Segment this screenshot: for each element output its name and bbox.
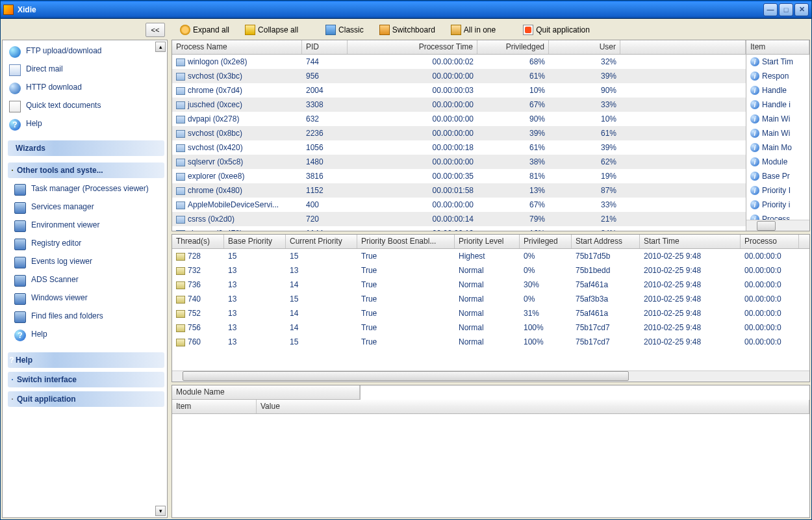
sidebar-switch-button[interactable]: Switch interface: [8, 372, 164, 387]
process-row[interactable]: sqlservr (0x5c8)148000.00:00:0038%62%: [172, 155, 746, 169]
footer-switch: Switch interface: [17, 375, 77, 384]
sidebar-item[interactable]: Services manager: [8, 199, 164, 217]
item-row[interactable]: Module: [746, 155, 809, 169]
module-value-rows[interactable]: [172, 414, 809, 517]
sidebar-item[interactable]: Environment viewer: [8, 217, 164, 235]
item-row[interactable]: Start Tim: [746, 55, 809, 69]
maximize-button[interactable]: □: [779, 3, 793, 16]
process-row[interactable]: dvpapi (0x278)63200.00:00:0090%10%: [172, 112, 746, 126]
col-thread-privileged[interactable]: Privileged: [520, 235, 572, 248]
info-icon: [750, 72, 759, 81]
sidebar-item[interactable]: Help: [8, 326, 164, 344]
process-row[interactable]: winlogon (0x2e8)74400.00:00:0268%32%: [172, 55, 746, 69]
sidebar-item-label: Help: [31, 330, 47, 339]
thread-hscroll[interactable]: [172, 370, 809, 382]
thread-row[interactable]: 7281515TrueHighest0%75b17d5b2010-02-25 9…: [172, 249, 809, 263]
col-threads[interactable]: Thread(s): [172, 235, 224, 248]
sidebar-item[interactable]: Task manager (Processes viewer): [8, 181, 164, 199]
thread-rows[interactable]: 7281515TrueHighest0%75b17d5b2010-02-25 9…: [172, 249, 809, 370]
process-row[interactable]: chrome (0x480)115200.00:01:5813%87%: [172, 183, 746, 198]
sidebar-item[interactable]: Find files and folders: [8, 308, 164, 326]
item-row[interactable]: Handle: [746, 83, 809, 98]
item-row[interactable]: Priority i: [746, 198, 809, 212]
sidebar-scroll-up[interactable]: ▴: [155, 42, 166, 52]
sidebar-scroll-down[interactable]: ▾: [155, 506, 166, 516]
process-row[interactable]: svchost (0x3bc)95600.00:00:0061%39%: [172, 69, 746, 83]
minimize-button[interactable]: —: [763, 3, 778, 16]
col-start-time[interactable]: Start Time: [640, 235, 741, 248]
col-start-address[interactable]: Start Address: [572, 235, 640, 248]
col-processor[interactable]: Processo: [741, 235, 799, 248]
process-row[interactable]: explorer (0xee8)381600.00:00:3581%19%: [172, 169, 746, 183]
toolbar: << Expand all Collapse all Classic Switc…: [2, 20, 810, 40]
sidebar-quit-button[interactable]: Quit application: [8, 391, 164, 407]
process-icon: [176, 202, 185, 209]
process-row[interactable]: svchost (0x8bc)223600.00:00:0039%61%: [172, 126, 746, 140]
col-current-priority[interactable]: Current Priority: [286, 235, 357, 248]
col-pid[interactable]: PID: [302, 40, 348, 54]
sidebar-item[interactable]: Help: [8, 116, 164, 134]
sidebar-item-label: ADS Scanner: [31, 275, 79, 284]
thread-row[interactable]: 7561314TrueNormal100%75b17cd72010-02-25 …: [172, 320, 809, 335]
col-priority-boost[interactable]: Priority Boost Enabl...: [357, 235, 455, 248]
sidebar-item[interactable]: Events log viewer: [8, 254, 164, 272]
col-item[interactable]: Item: [746, 40, 809, 54]
process-row[interactable]: chrome (0x7d4)200400.00:00:0310%90%: [172, 83, 746, 98]
sidebar-item[interactable]: HTTP download: [8, 79, 164, 98]
pager-back-button[interactable]: <<: [146, 23, 165, 37]
close-button[interactable]: ✕: [794, 3, 809, 16]
item-hscroll[interactable]: [746, 220, 809, 231]
pager-box: <<: [5, 23, 170, 37]
thread-row[interactable]: 7521314TrueNormal31%75af461a2010-02-25 9…: [172, 306, 809, 320]
process-row[interactable]: svchost (0x420)105600.00:00:1861%39%: [172, 140, 746, 155]
item-row[interactable]: Main Mo: [746, 140, 809, 155]
sidebar-item[interactable]: Direct mail: [8, 61, 164, 79]
thread-row[interactable]: 7321313TrueNormal0%75b1bedd2010-02-25 9:…: [172, 263, 809, 278]
collapse-all-button[interactable]: Collapse all: [239, 21, 304, 38]
col-priority-level[interactable]: Priority Level: [455, 235, 520, 248]
sidebar-item[interactable]: Windows viewer: [8, 290, 164, 308]
item-row[interactable]: Respon: [746, 69, 809, 83]
sidebar-item[interactable]: FTP upload/download: [8, 43, 164, 61]
item-row[interactable]: Priority I: [746, 183, 809, 198]
col-module-item[interactable]: Item: [172, 400, 257, 413]
all-in-one-button[interactable]: All in one: [445, 21, 501, 38]
item-row[interactable]: Main Wi: [746, 112, 809, 126]
thread-row[interactable]: 7361314TrueNormal30%75af461a2010-02-25 9…: [172, 278, 809, 292]
process-row[interactable]: AppleMobileDeviceServi...40000.00:00:006…: [172, 198, 746, 212]
sidebar-help-button[interactable]: Help: [8, 352, 164, 368]
item-rows[interactable]: Start TimResponHandleHandle iMain WiMain…: [746, 55, 809, 220]
app-window: Xidie — □ ✕ << Expand all Collapse all C…: [0, 0, 812, 520]
col-user[interactable]: User: [549, 40, 620, 54]
process-row[interactable]: chrome (0x478)114400.00:00:1016%84%: [172, 226, 746, 231]
col-process-name[interactable]: Process Name: [172, 40, 302, 54]
title-bar[interactable]: Xidie — □ ✕: [1, 1, 811, 19]
item-row[interactable]: Main Wi: [746, 126, 809, 140]
expand-all-button[interactable]: Expand all: [174, 21, 235, 38]
switchboard-button[interactable]: Switchboard: [374, 21, 441, 38]
process-icon: [176, 230, 185, 231]
col-processor-time[interactable]: Processor Time: [348, 40, 477, 54]
classic-button[interactable]: Classic: [320, 21, 370, 38]
sidebar-item[interactable]: Registry editor: [8, 235, 164, 254]
item-pane: Item Start TimResponHandleHandle iMain W…: [746, 40, 809, 231]
process-rows[interactable]: winlogon (0x2e8)74400.00:00:0268%32%svch…: [172, 55, 746, 231]
allinone-icon: [451, 25, 461, 35]
col-module-value[interactable]: Value: [257, 400, 809, 413]
item-row[interactable]: Base Pr: [746, 169, 809, 183]
col-module-name[interactable]: Module Name: [172, 385, 360, 399]
sidebar-item[interactable]: ADS Scanner: [8, 272, 164, 290]
col-privileged[interactable]: Priviledged: [477, 40, 549, 54]
quit-button[interactable]: Quit application: [517, 21, 596, 38]
item-row[interactable]: Handle i: [746, 98, 809, 112]
col-base-priority[interactable]: Base Priority: [224, 235, 286, 248]
thread-row[interactable]: 7401315TrueNormal0%75af3b3a2010-02-25 9:…: [172, 292, 809, 306]
process-row[interactable]: jusched (0xcec)330800.00:00:0067%33%: [172, 98, 746, 112]
sidebar-other-header[interactable]: Other tools and syste...: [8, 162, 164, 178]
thread-row[interactable]: 7601315TrueNormal100%75b17cd72010-02-25 …: [172, 335, 809, 349]
process-row[interactable]: csrss (0x2d0)72000.00:00:1479%21%: [172, 212, 746, 226]
sidebar-wizards-header[interactable]: Wizards: [8, 140, 164, 156]
info-icon: [750, 86, 759, 95]
sidebar-item[interactable]: Quick text documents: [8, 98, 164, 116]
item-row[interactable]: Process: [746, 212, 809, 220]
